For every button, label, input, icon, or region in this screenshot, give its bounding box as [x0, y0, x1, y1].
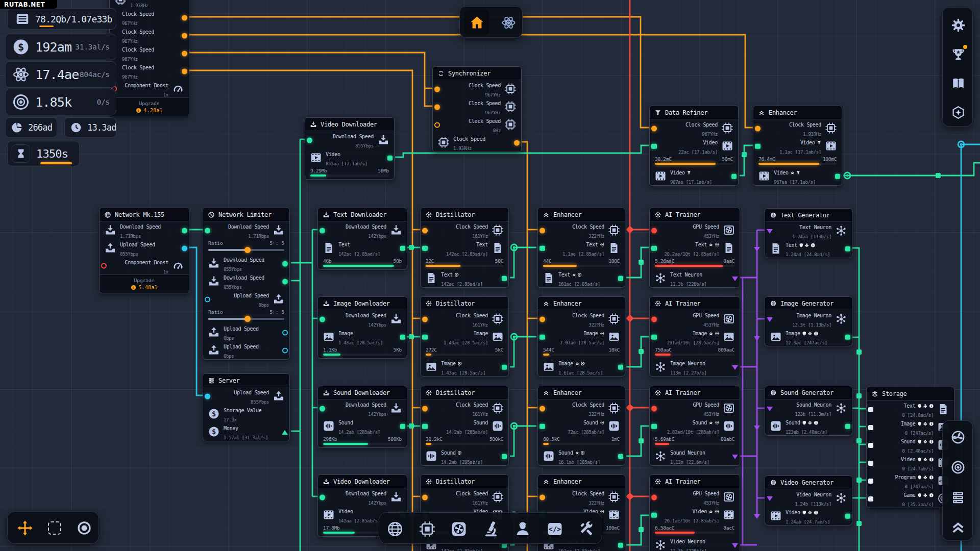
wire-junction[interactable]	[626, 404, 634, 412]
port-left[interactable]	[767, 229, 773, 234]
port-right[interactable]	[514, 140, 520, 145]
node-ai-trainer-image[interactable]: AI TrainerGPU Speed453YHzImage201ad/10t …	[649, 296, 740, 377]
node-header[interactable]: Distillator	[421, 475, 508, 488]
node-header[interactable]: Network Mk.155	[100, 208, 189, 221]
port-right[interactable]	[400, 245, 406, 251]
port-right[interactable]	[282, 330, 288, 335]
port-right[interactable]	[182, 51, 187, 56]
node-video-generator[interactable]: Video GeneratorVideo Neuron1.24b [113k/s…	[765, 475, 852, 525]
wire-junction[interactable]	[754, 336, 760, 341]
node-header[interactable]: Image Downloader	[318, 297, 407, 310]
node-synchronizer[interactable]: SynchronizerClock Speed967YHzClock Speed…	[432, 66, 522, 152]
node-header[interactable]: Enhancer	[538, 475, 625, 488]
port-left[interactable]	[651, 334, 657, 340]
port-right[interactable]	[502, 276, 507, 281]
wire-junction[interactable]	[856, 521, 862, 526]
port-left[interactable]	[868, 443, 873, 448]
port-left[interactable]	[651, 406, 657, 411]
node-distillator-image[interactable]: DistillatorClock Speed161YHzImage1.43ac …	[420, 296, 509, 377]
port-left[interactable]	[422, 316, 428, 322]
port-left[interactable]	[434, 86, 440, 92]
port-right[interactable]	[502, 454, 507, 459]
port-left[interactable]	[320, 228, 325, 233]
wire-junction[interactable]	[626, 314, 634, 322]
node-network-mk155[interactable]: Network Mk.155Download Speed1.71RbpsUplo…	[99, 208, 189, 293]
port-right[interactable]	[182, 228, 187, 233]
node-text-downloader[interactable]: Text DownloaderDownload Speed142YbpsText…	[317, 208, 407, 270]
turbine-button[interactable]	[948, 427, 968, 447]
ratio-slider[interactable]	[208, 249, 284, 251]
agents-tab[interactable]	[512, 518, 533, 540]
port-left[interactable]	[540, 334, 545, 340]
wire-junction[interactable]	[856, 478, 862, 483]
wire-junction[interactable]	[936, 173, 941, 178]
node-enhancer-video-top[interactable]: EnhancerClock Speed1.93RHzVideo1.1ac [17…	[753, 106, 842, 186]
wire-junction[interactable]	[742, 152, 747, 157]
port-left[interactable]	[651, 228, 657, 233]
node-video-downloader-1[interactable]: Video DownloaderDownload Speed855YbpsVid…	[305, 117, 395, 180]
port-right[interactable]	[845, 423, 851, 429]
node-enhancer-image[interactable]: EnhancerClock Speed322YHzImage7.07ad [28…	[537, 296, 625, 377]
port-left[interactable]	[651, 512, 657, 518]
node-header[interactable]: Video Downloader	[305, 118, 394, 131]
node-image-generator[interactable]: Image GeneratorImage Neuron12.3t [1.13b/…	[765, 296, 852, 346]
port-left[interactable]	[205, 228, 210, 233]
port-left[interactable]	[422, 334, 428, 340]
port-left[interactable]	[651, 126, 657, 131]
port-right[interactable]	[182, 15, 187, 20]
node-header[interactable]: Video Generator	[765, 476, 852, 489]
port-right[interactable]	[618, 364, 624, 370]
tools-tab[interactable]	[576, 518, 597, 540]
wire-junction[interactable]	[626, 226, 634, 234]
port-left[interactable]	[540, 406, 545, 411]
node-header[interactable]: AI Trainer	[650, 475, 740, 488]
boosts-button[interactable]	[948, 102, 968, 122]
node-header[interactable]: Server	[203, 374, 289, 387]
port-left[interactable]	[307, 137, 312, 143]
port-right[interactable]	[732, 543, 738, 548]
node-enhancer-sound[interactable]: EnhancerClock Speed322YHzSound72ac [285a…	[537, 386, 625, 466]
wire-junction[interactable]	[409, 245, 414, 250]
port-left[interactable]	[868, 479, 873, 484]
port-left[interactable]	[434, 122, 440, 128]
port-left[interactable]	[868, 496, 873, 502]
circle-tool[interactable]	[74, 518, 94, 538]
node-header[interactable]: Enhancer	[538, 208, 625, 221]
disc-button[interactable]	[948, 457, 968, 478]
wire-junction[interactable]	[856, 393, 862, 398]
port-left[interactable]	[651, 423, 657, 429]
port-right[interactable]	[400, 423, 406, 429]
port-right[interactable]	[282, 261, 288, 266]
node-text-generator[interactable]: Text GeneratorText Neuron1.24aa [113b/s]…	[765, 208, 852, 258]
encyclopedia-button[interactable]	[948, 73, 968, 93]
prestige-button[interactable]	[497, 11, 520, 34]
node-header[interactable]: AI Trainer	[650, 208, 740, 221]
node-header[interactable]: Text Generator	[765, 209, 852, 222]
wire-junction[interactable]	[856, 438, 862, 443]
node-header[interactable]: Text Downloader	[318, 208, 407, 221]
port-left[interactable]	[422, 494, 428, 500]
wire-junction[interactable]	[639, 349, 644, 354]
node-header[interactable]: Distillator	[421, 297, 508, 310]
wire-junction[interactable]	[409, 423, 414, 429]
node-network-limiter[interactable]: Network LimiterDownload Speed1.71Rbps Ra…	[203, 208, 290, 360]
node-header[interactable]: Enhancer	[538, 386, 625, 399]
port-left[interactable]	[755, 143, 761, 149]
port-left[interactable]	[868, 407, 873, 412]
port-left[interactable]	[320, 316, 325, 322]
select-tool[interactable]	[44, 518, 65, 538]
port-right[interactable]	[282, 430, 288, 435]
node-ai-trainer-sound[interactable]: AI TrainerGPU Speed453YHzSound2.82ad/10t…	[649, 386, 740, 466]
port-right[interactable]	[835, 173, 841, 179]
node-header[interactable]: Synchronizer	[433, 67, 521, 80]
node-data-refiner[interactable]: Data RefinerClock Speed967YHzVideo22ac […	[649, 106, 739, 186]
settings-button[interactable]	[948, 15, 968, 35]
components-tab[interactable]	[416, 518, 438, 540]
port-right[interactable]	[182, 68, 187, 74]
port-left[interactable]	[205, 296, 210, 302]
node-distillator-sound[interactable]: DistillatorClock Speed161YHzSound14.2ab …	[420, 386, 509, 466]
research-tab[interactable]	[480, 518, 502, 540]
node-header[interactable]: Image Generator	[765, 297, 852, 310]
port-left[interactable]	[320, 406, 325, 411]
network-tab[interactable]	[384, 518, 406, 540]
